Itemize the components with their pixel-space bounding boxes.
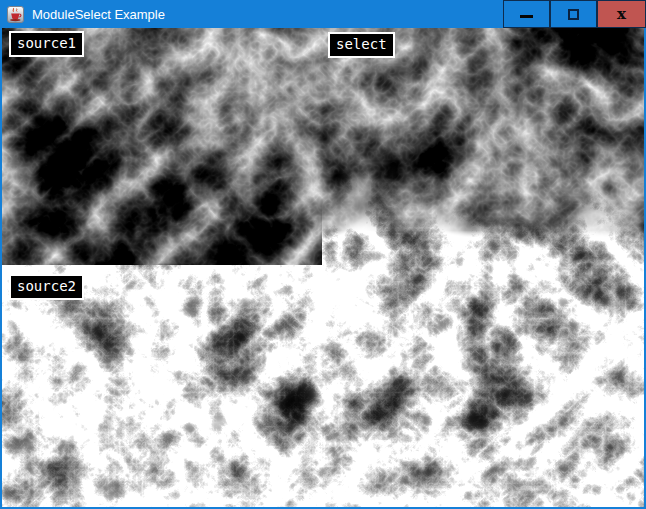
minimize-button[interactable]: [503, 0, 550, 28]
source1-image: [2, 28, 322, 265]
maximize-button[interactable]: [550, 0, 597, 28]
titlebar[interactable]: ModuleSelect Example x: [0, 0, 646, 28]
app-window: ModuleSelect Example x source1 select so…: [0, 0, 646, 509]
minimize-icon: [520, 15, 533, 18]
java-icon[interactable]: [7, 6, 24, 23]
window-controls: x: [503, 0, 646, 28]
source2-image: [2, 265, 644, 507]
maximize-icon: [568, 9, 579, 20]
source2-label: source2: [9, 274, 84, 300]
render-area: source1 select source2: [2, 28, 644, 507]
window-title: ModuleSelect Example: [32, 7, 503, 22]
close-button[interactable]: x: [597, 0, 646, 28]
source1-label: source1: [9, 31, 84, 57]
select-label: select: [328, 32, 395, 58]
close-icon: x: [617, 7, 626, 22]
